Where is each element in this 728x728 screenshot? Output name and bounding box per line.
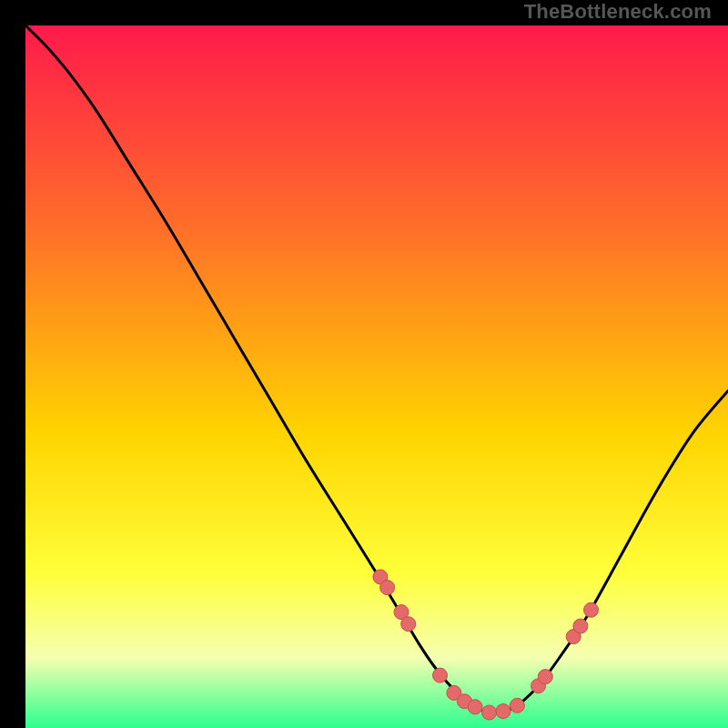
data-point xyxy=(401,617,416,632)
data-point xyxy=(573,619,588,633)
chart-background xyxy=(25,25,728,728)
data-point xyxy=(380,581,395,595)
data-point xyxy=(538,670,552,684)
data-point xyxy=(482,705,497,720)
chart-frame xyxy=(13,13,715,715)
data-point xyxy=(433,668,448,682)
data-point xyxy=(510,698,524,713)
watermark-label: TheBottleneck.com xyxy=(524,0,712,24)
data-point xyxy=(496,704,511,719)
data-point xyxy=(584,602,599,617)
bottleneck-chart xyxy=(25,25,728,728)
data-point xyxy=(468,700,482,714)
